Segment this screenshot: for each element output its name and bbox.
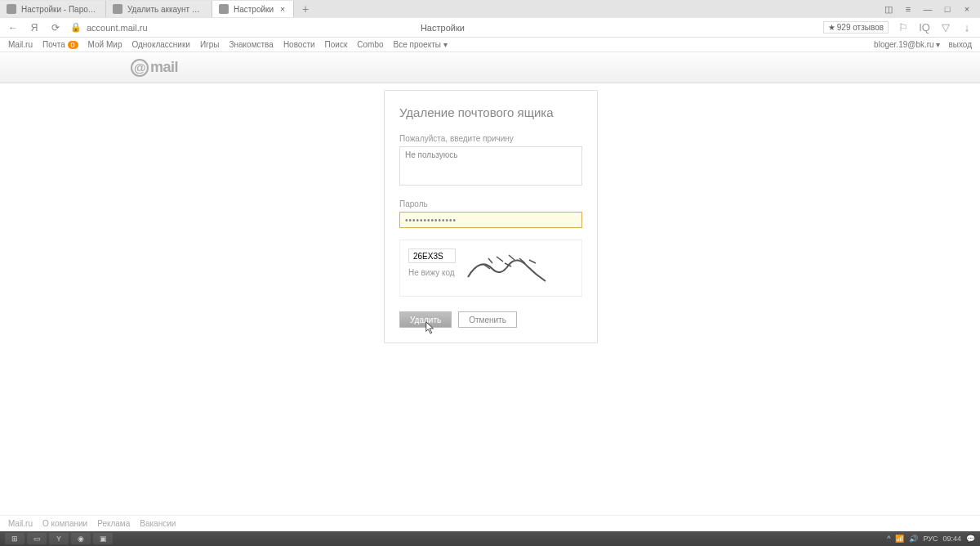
back-icon[interactable]: ← bbox=[7, 21, 20, 34]
nav-user[interactable]: bloger.19@bk.ru ▾ bbox=[874, 40, 940, 49]
compare-icon[interactable]: IQ bbox=[918, 21, 931, 34]
start-button[interactable]: ⊞ bbox=[5, 533, 24, 544]
card-title: Удаление почтового ящика bbox=[399, 105, 582, 119]
menu-icon[interactable]: ≡ bbox=[903, 4, 913, 14]
password-label: Пароль bbox=[399, 199, 582, 208]
page-title: Настройки bbox=[421, 23, 465, 33]
tray-network-icon[interactable]: 📶 bbox=[895, 535, 904, 543]
mail-logo[interactable]: @mail bbox=[131, 59, 178, 77]
delete-button[interactable]: Удалить bbox=[399, 311, 452, 328]
address-right: ★929 отзывов ⚐ IQ ▽ ↓ bbox=[823, 21, 973, 34]
captcha-refresh-link[interactable]: Не вижу код bbox=[408, 268, 456, 277]
tab-settings[interactable]: Настройки × bbox=[212, 1, 294, 17]
close-icon[interactable]: × bbox=[278, 5, 287, 13]
cancel-button[interactable]: Отменить bbox=[458, 311, 517, 328]
nav-all[interactable]: Все проекты ▾ bbox=[394, 40, 448, 49]
lock-icon: 🔒 bbox=[70, 22, 82, 33]
browser-tabs-bar: Настройки - Пароль и бе Удалить аккаунт … bbox=[0, 0, 980, 18]
tab-delete-account[interactable]: Удалить аккаунт — Помощ bbox=[106, 1, 212, 17]
password-input[interactable] bbox=[399, 212, 582, 228]
system-tray: ^ 📶 🔊 РУС 09:44 💬 bbox=[887, 535, 975, 543]
footer-about[interactable]: О компании bbox=[42, 519, 87, 528]
nav-mymir[interactable]: Мой Мир bbox=[88, 40, 122, 49]
minimize-icon[interactable]: — bbox=[923, 4, 933, 14]
nav-mail[interactable]: Почта 0 bbox=[42, 40, 78, 49]
main-content: Удаление почтового ящика Пожалуйста, вве… bbox=[0, 83, 980, 517]
tray-lang-icon[interactable]: РУС bbox=[923, 535, 938, 543]
footer-ads[interactable]: Реклама bbox=[97, 519, 130, 528]
bookmark-icon[interactable]: ⚐ bbox=[897, 21, 910, 34]
new-tab-button[interactable]: + bbox=[297, 1, 314, 17]
footer: Mail.ru О компании Реклама Вакансии bbox=[0, 515, 980, 531]
explorer-icon[interactable]: ▭ bbox=[27, 533, 47, 544]
footer-mailru[interactable]: Mail.ru bbox=[8, 519, 33, 528]
captcha-input[interactable] bbox=[408, 248, 456, 263]
header: @mail bbox=[0, 52, 980, 83]
button-row: Удалить Отменить bbox=[399, 311, 582, 328]
cursor-icon bbox=[425, 320, 436, 335]
extensions-icon[interactable]: ◫ bbox=[884, 4, 893, 14]
nav-ok[interactable]: Одноклассники bbox=[131, 40, 189, 49]
favicon-icon bbox=[7, 4, 16, 14]
nav-combo[interactable]: Combo bbox=[357, 40, 383, 49]
url-box[interactable]: 🔒 account.mail.ru bbox=[70, 22, 412, 33]
tab-label: Настройки bbox=[234, 5, 274, 14]
reason-label: Пожалуйста, введите причину bbox=[399, 134, 582, 143]
top-nav: Mail.ru Почта 0 Мой Мир Одноклассники Иг… bbox=[0, 38, 980, 52]
footer-jobs[interactable]: Вакансии bbox=[140, 519, 176, 528]
reason-input[interactable] bbox=[399, 146, 582, 186]
delete-mailbox-card: Удаление почтового ящика Пожалуйста, вве… bbox=[384, 90, 598, 343]
captcha-row: Не вижу код bbox=[399, 239, 582, 297]
taskbar: ⊞ ▭ Y ◉ ▣ ^ 📶 🔊 РУС 09:44 💬 bbox=[0, 531, 980, 546]
url-text: account.mail.ru bbox=[87, 23, 148, 33]
tray-notifications-icon[interactable]: 💬 bbox=[966, 535, 975, 543]
nav-logout[interactable]: выход bbox=[948, 40, 972, 49]
tray-volume-icon[interactable]: 🔊 bbox=[909, 535, 918, 543]
nav-news[interactable]: Новости bbox=[283, 40, 315, 49]
yandex-browser-icon[interactable]: Y bbox=[49, 533, 69, 544]
nav-search[interactable]: Поиск bbox=[325, 40, 348, 49]
nav-mailru[interactable]: Mail.ru bbox=[8, 40, 33, 49]
maximize-icon[interactable]: □ bbox=[942, 4, 952, 14]
address-bar: ← Я ⟳ 🔒 account.mail.ru Настройки ★929 о… bbox=[0, 18, 980, 38]
tab-label: Удалить аккаунт — Помощ bbox=[127, 5, 205, 14]
captcha-image bbox=[464, 248, 554, 288]
nav-right: bloger.19@bk.ru ▾ выход bbox=[874, 40, 972, 49]
rating-badge[interactable]: ★929 отзывов bbox=[823, 21, 889, 34]
shield-icon[interactable]: ▽ bbox=[939, 21, 952, 34]
app-icon[interactable]: ◉ bbox=[71, 533, 91, 544]
favicon-icon bbox=[219, 4, 229, 14]
reload-icon[interactable]: ⟳ bbox=[49, 21, 62, 34]
mail-badge: 0 bbox=[68, 41, 78, 49]
favicon-icon bbox=[113, 4, 122, 14]
tray-chevron-icon[interactable]: ^ bbox=[887, 535, 890, 543]
nav-dating[interactable]: Знакомства bbox=[229, 40, 273, 49]
nav-games[interactable]: Игры bbox=[200, 40, 220, 49]
tab-label: Настройки - Пароль и бе bbox=[21, 5, 99, 14]
tray-time[interactable]: 09:44 bbox=[942, 535, 961, 543]
yandex-icon[interactable]: Я bbox=[28, 21, 41, 34]
tab-settings-password[interactable]: Настройки - Пароль и бе bbox=[0, 1, 106, 17]
download-icon[interactable]: ↓ bbox=[960, 21, 973, 34]
app-icon[interactable]: ▣ bbox=[93, 533, 113, 544]
window-controls: ◫ ≡ — □ × bbox=[884, 4, 980, 14]
close-icon[interactable]: × bbox=[962, 4, 972, 14]
